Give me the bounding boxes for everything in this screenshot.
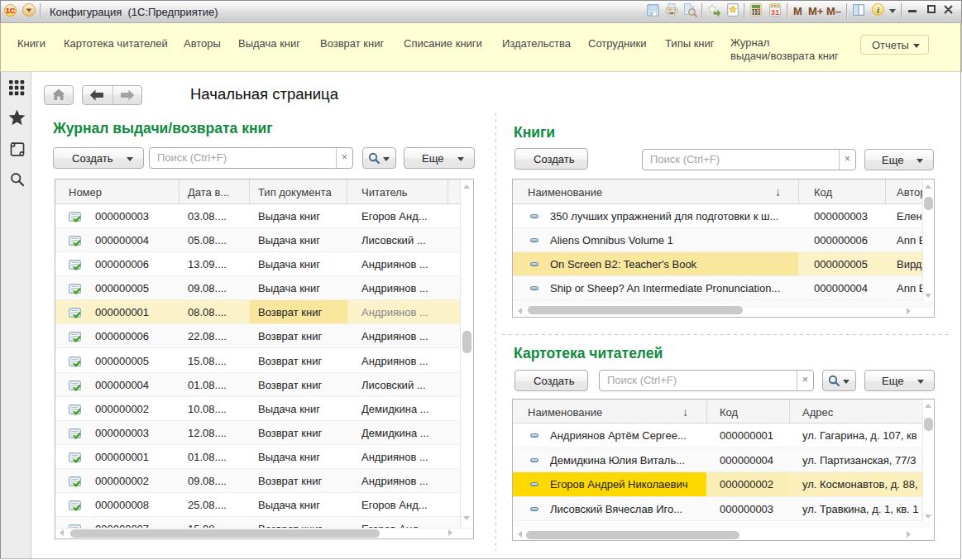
svg-text:1С: 1С bbox=[6, 7, 16, 15]
svg-text:31: 31 bbox=[771, 7, 780, 17]
